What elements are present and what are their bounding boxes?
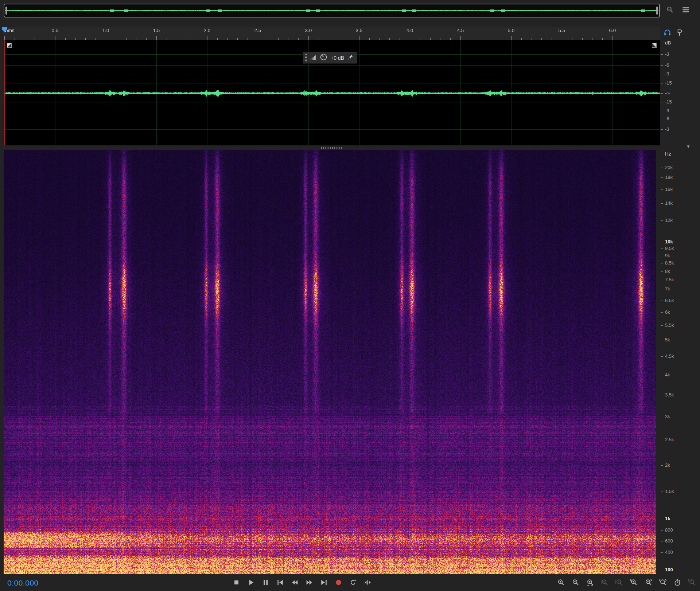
transport-bar: 0:00.000 [0, 575, 700, 591]
scale-tick-mark [661, 93, 663, 94]
navigator-mini-waveform [5, 5, 658, 16]
scale-column: dB -3-6-9-15-∞-15-9-6-3 ▼ Hz 20k18k16k14… [661, 27, 700, 574]
scale-tick-label: -15 [665, 99, 672, 105]
scale-tick-label: 12k [665, 217, 673, 224]
navigator-right-handle[interactable] [656, 7, 658, 15]
zoom-in-time-button[interactable] [556, 578, 565, 587]
scale-tick-mark [661, 129, 663, 130]
scale-tick-label: -15 [665, 80, 672, 86]
fade-out-handle[interactable] [652, 43, 657, 48]
hud-grip-icon[interactable] [305, 54, 307, 61]
scale-tick-label: -3 [665, 126, 669, 133]
frequency-scale-title: Hz [665, 151, 671, 157]
zoom-to-selection-h-button[interactable] [658, 578, 667, 587]
scale-tick-label: 4k [665, 372, 670, 378]
zoom-to-selection-button[interactable] [586, 578, 594, 587]
zoom-out-full-button [615, 578, 623, 587]
skip-to-start-button[interactable] [276, 578, 284, 587]
navigator-left-handle[interactable] [5, 7, 7, 15]
record-button[interactable] [334, 578, 343, 587]
scale-tick-mark [661, 541, 663, 541]
zoom-reset-button [688, 578, 696, 587]
playhead-time[interactable]: 0:00.000 [7, 579, 39, 587]
scale-tick-label: 14k [665, 200, 673, 207]
play-button[interactable] [246, 578, 255, 587]
zoom-in-amplitude-button [600, 578, 609, 587]
rewind-button[interactable] [290, 578, 299, 587]
overview-navigator[interactable] [4, 4, 660, 17]
skip-selection-button[interactable] [363, 578, 372, 587]
loop-playback-button[interactable] [349, 578, 357, 587]
scale-tick-label: -9 [665, 71, 669, 77]
hud-levels-icon[interactable] [310, 54, 316, 62]
scale-tick-mark [661, 552, 663, 553]
scale-tick-mark [661, 465, 663, 466]
skip-to-end-button[interactable] [319, 578, 328, 587]
snapshot-timer-button[interactable] [673, 578, 682, 587]
scale-tick-mark [661, 280, 663, 280]
timeline-ruler[interactable]: hms 0.51.01.52.02.53.03.54.04.55.05.56.0 [4, 27, 660, 40]
scale-tick-mark [661, 102, 663, 102]
scale-tick-label: 9.5k [665, 245, 674, 252]
scale-tick-mark [661, 570, 663, 570]
spectrogram-display[interactable] [4, 150, 656, 574]
zoom-out-time-button[interactable] [571, 578, 580, 587]
zoom-in-at-in-point-button[interactable] [629, 578, 638, 587]
headphones-icon[interactable] [664, 29, 671, 38]
scale-divider-arrow-icon[interactable]: ▼ [686, 144, 691, 149]
scale-tick-label: 7.5k [665, 277, 674, 283]
scale-tick-label: 8.5k [665, 260, 674, 266]
panel-menu-icon[interactable] [681, 5, 691, 15]
scale-tick-label: 6k [665, 309, 670, 316]
scale-tick-mark [661, 74, 663, 74]
volume-hud[interactable]: +0 dB [303, 52, 357, 64]
fade-in-handle[interactable] [7, 43, 12, 48]
scale-tick-label: 2.5k [665, 437, 674, 443]
scale-tick-mark [661, 356, 663, 357]
scale-tick-mark [661, 492, 663, 492]
audio-editor-window: hms 0.51.01.52.02.53.03.54.04.55.05.56.0 [0, 0, 700, 591]
scale-tick-mark [661, 263, 663, 263]
pause-button[interactable] [261, 578, 270, 587]
scale-tick-label: 7k [665, 286, 670, 292]
scale-tick-mark [661, 242, 663, 242]
scale-tick-label: 2k [665, 462, 670, 469]
waveform-panel[interactable]: +0 dB [4, 40, 660, 145]
scale-tick-label: 800 [665, 527, 673, 533]
scale-tick-mark [661, 440, 663, 440]
scale-tick-mark [661, 301, 663, 301]
stop-button[interactable] [232, 578, 241, 587]
scale-tick-mark [661, 220, 663, 221]
scale-tick-label: 5.5k [665, 322, 674, 329]
scale-tick-mark [661, 54, 663, 55]
scale-tick-mark [661, 375, 663, 375]
hud-gain-value[interactable]: +0 dB [331, 55, 344, 61]
scale-tick-label: 16k [665, 186, 673, 193]
scale-tick-mark [661, 83, 663, 83]
scale-tick-label: 9k [665, 253, 670, 259]
scale-tick-mark [661, 203, 663, 204]
spectrogram-panel[interactable] [4, 150, 656, 574]
scale-tick-label: 10k [665, 239, 673, 245]
fast-forward-button[interactable] [305, 578, 314, 587]
scale-tick-label: -9 [665, 107, 669, 114]
scale-tick-label: 6.5k [665, 297, 674, 304]
scale-tick-mark [661, 248, 663, 249]
scale-tick-mark [661, 325, 663, 326]
splitter-grip-icon [321, 147, 342, 149]
panel-splitter[interactable] [4, 145, 660, 150]
scale-tick-mark [661, 168, 663, 168]
scale-tick-mark [661, 395, 663, 395]
marker-icon[interactable] [676, 29, 683, 38]
scale-tick-label: 400 [665, 549, 673, 556]
navigator-zoom-icon[interactable] [665, 5, 674, 15]
scale-tick-mark [661, 271, 663, 272]
scale-tick-label: -6 [665, 62, 669, 69]
scale-tick-mark [661, 256, 663, 256]
scale-tick-label: -∞ [665, 90, 670, 97]
scale-tick-mark [661, 312, 663, 313]
zoom-in-at-out-point-button[interactable] [644, 578, 653, 587]
hud-gain-knob-icon[interactable] [320, 53, 327, 62]
hud-pin-icon[interactable] [347, 54, 354, 62]
scale-tick-label: 3k [665, 414, 670, 420]
